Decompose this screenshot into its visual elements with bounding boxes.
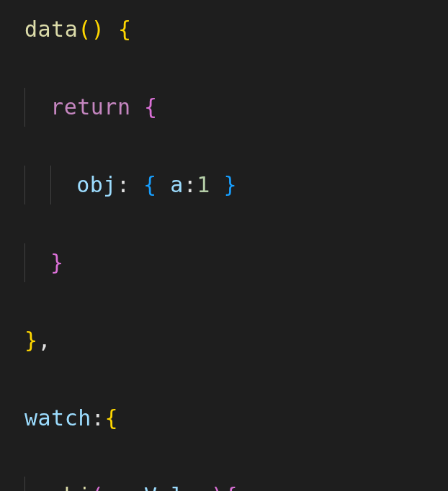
token-paren: ( — [78, 17, 91, 42]
token-property: watch — [24, 405, 91, 431]
token-paren: ) — [91, 17, 105, 42]
token-brace: } — [223, 172, 237, 197]
token-function: obj — [50, 483, 91, 491]
indent-guide — [24, 166, 25, 204]
token-brace: } — [50, 250, 64, 275]
token-function: data — [24, 17, 78, 42]
token-brace: } — [24, 328, 38, 353]
token-number: 1 — [197, 172, 210, 197]
token-punct: : — [117, 172, 130, 197]
code-line: data() { — [24, 10, 448, 49]
token-brace: { — [144, 94, 158, 120]
code-line: }, — [24, 321, 448, 360]
code-line: return { — [24, 88, 448, 127]
token-punct: , — [38, 328, 52, 353]
indent-guide — [24, 477, 25, 491]
token-keyword: return — [50, 94, 130, 120]
token-brace: { — [143, 172, 157, 197]
code-block: data() { return { obj: { a:1 } } }, watc… — [0, 0, 448, 491]
token-property: obj — [76, 172, 117, 197]
token-paren: ) — [211, 483, 225, 491]
code-line: obj: { a:1 } — [24, 166, 448, 204]
code-line: obj(newValue){ — [24, 477, 448, 491]
indent-guide — [50, 166, 51, 204]
token-property: a — [170, 172, 184, 197]
code-line: watch:{ — [24, 399, 448, 438]
token-brace: { — [118, 17, 132, 42]
indent-guide — [24, 88, 25, 127]
token-param: newValue — [104, 483, 211, 491]
code-line: } — [24, 243, 448, 282]
token-paren: ( — [91, 483, 104, 491]
token-punct: : — [184, 172, 197, 197]
token-brace: { — [224, 483, 238, 491]
token-brace: { — [104, 405, 118, 431]
indent-guide — [24, 243, 25, 282]
token-punct: : — [91, 405, 105, 431]
